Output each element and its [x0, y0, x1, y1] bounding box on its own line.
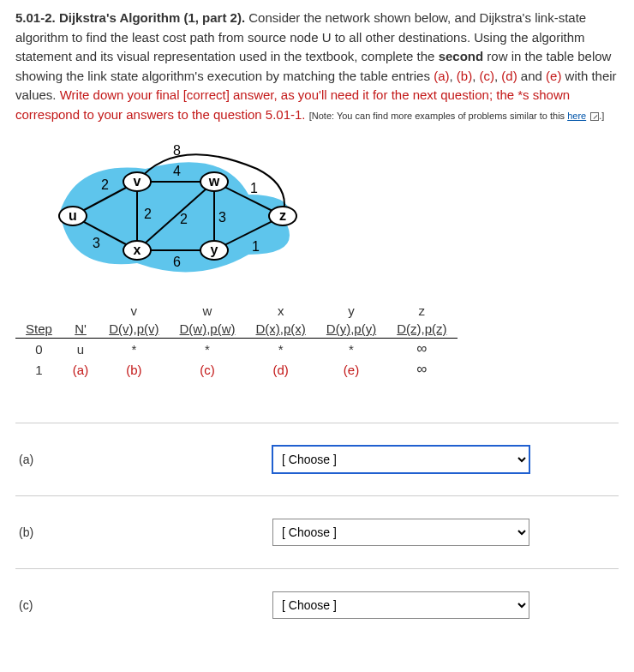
table-row: 1 (a) (b) (c) (d) (e) ∞ — [15, 359, 458, 380]
entry-c: (c) — [480, 69, 495, 83]
answer-row-b: (b) [ Choose ] — [15, 495, 619, 568]
problem-number: 5.01-2. — [15, 10, 56, 25]
answer-select-c[interactable]: [ Choose ] — [272, 591, 529, 619]
node-w: w — [208, 174, 220, 189]
edge-vw: 4 — [173, 164, 181, 178]
hdr-dw: D(w),p(w) — [170, 320, 246, 339]
hdr-dx: D(x),p(x) — [246, 320, 316, 339]
problem-statement: 5.01-2. Dijkstra's Algorithm (1, part 2)… — [15, 9, 619, 124]
external-link-icon — [590, 112, 599, 121]
hdr-dz: D(z),p(z) — [386, 320, 457, 339]
node-x: x — [134, 243, 141, 257]
entry-b: (b) — [457, 69, 472, 83]
answer-select-a[interactable]: [ Choose ] — [272, 446, 529, 473]
answer-label-c: (c) — [15, 598, 272, 612]
answer-label-a: (a) — [15, 453, 272, 466]
edge-vx: 2 — [144, 207, 152, 221]
entry-d: (d) — [501, 69, 517, 83]
network-graph: u v w z y x 2 3 2 4 2 3 6 1 1 8 — [26, 143, 619, 291]
edge-wy: 3 — [218, 210, 226, 225]
col-z: z — [386, 302, 457, 320]
hdr-n: N' — [63, 320, 99, 339]
hdr-dv: D(v),p(v) — [99, 320, 169, 339]
edge-uv: 2 — [101, 177, 109, 192]
answer-label-b: (b) — [15, 525, 272, 539]
entry-e: (e) — [546, 69, 561, 83]
body-and: and — [517, 69, 546, 83]
answer-row-c: (c) [ Choose ] — [15, 568, 619, 641]
edge-yz: 1 — [252, 239, 260, 254]
edge-xy: 6 — [173, 255, 181, 269]
hdr-dy: D(y),p(y) — [316, 320, 386, 339]
table-row: 0 u * * * * ∞ — [15, 339, 458, 360]
answer-row-a: (a) [ Choose ] — [15, 423, 619, 495]
col-y: y — [316, 302, 386, 320]
col-x: x — [246, 302, 316, 320]
col-w: w — [170, 302, 246, 320]
here-link[interactable]: here — [567, 111, 586, 121]
hdr-step: Step — [15, 320, 63, 339]
note: [Note: You can find more examples of pro… — [309, 111, 605, 121]
edge-ux: 3 — [93, 236, 100, 250]
col-v: v — [99, 302, 169, 320]
node-v: v — [134, 174, 141, 189]
node-y: y — [211, 243, 218, 257]
edge-wz: 1 — [250, 181, 258, 195]
edge-wx: 2 — [180, 212, 188, 226]
edge-top: 8 — [173, 143, 181, 158]
state-table: v w x y z Step N' D(v),p(v) D(w),p(w) D(… — [15, 302, 619, 380]
bold-second: second — [439, 49, 484, 63]
answer-select-b[interactable]: [ Choose ] — [272, 519, 529, 546]
node-u: u — [69, 208, 77, 223]
entry-a: (a) — [434, 69, 449, 83]
problem-title: Dijkstra's Algorithm (1, part 2). — [59, 10, 245, 25]
node-z: z — [279, 208, 286, 223]
